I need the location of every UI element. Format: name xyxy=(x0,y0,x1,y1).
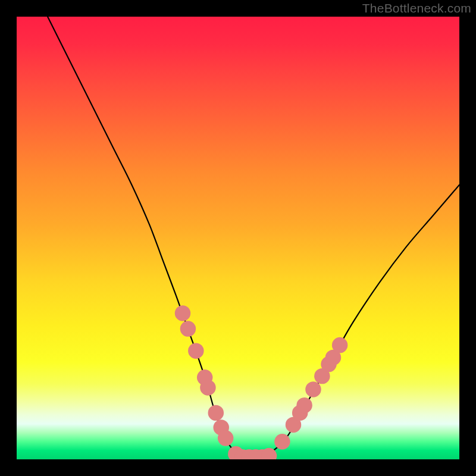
curve-marker xyxy=(296,397,312,413)
curve-marker xyxy=(208,405,224,421)
bottleneck-curve xyxy=(48,17,459,458)
chart-svg xyxy=(17,17,459,459)
curve-marker xyxy=(188,343,203,358)
curve-marker xyxy=(200,380,215,395)
watermark-label: TheBottleneck.com xyxy=(362,1,471,15)
curve-marker xyxy=(175,305,190,321)
curve-marker xyxy=(218,430,233,446)
curve-marker xyxy=(274,434,290,449)
curve-marker xyxy=(332,337,347,353)
curve-marker xyxy=(180,321,196,336)
chart-frame: TheBottleneck.com xyxy=(0,0,476,476)
curve-markers xyxy=(175,305,348,459)
plot-area xyxy=(17,17,459,459)
curve-marker xyxy=(305,381,321,397)
